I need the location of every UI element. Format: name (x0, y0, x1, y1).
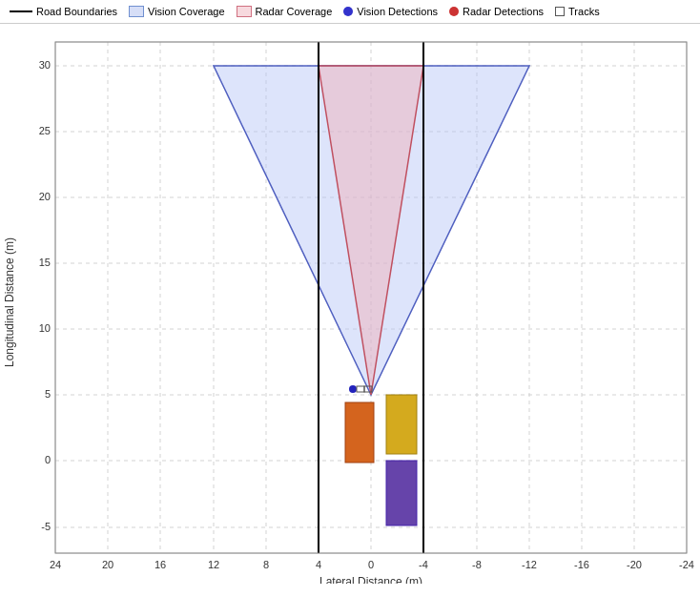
radar-coverage-icon (237, 6, 252, 17)
vision-detections-icon (343, 7, 353, 16)
svg-text:5: 5 (45, 388, 51, 400)
y-axis-labels: 30 25 20 15 10 5 0 -5 (39, 59, 51, 532)
svg-text:-20: -20 (627, 559, 642, 570)
legend-road-boundaries: Road Boundaries (10, 6, 117, 17)
vision-coverage-icon (129, 6, 144, 17)
svg-text:20: 20 (102, 559, 113, 570)
legend-radar-coverage-label: Radar Coverage (256, 6, 333, 17)
legend-radar-detections: Radar Detections (449, 6, 544, 17)
svg-text:-24: -24 (679, 559, 694, 570)
svg-text:10: 10 (39, 322, 51, 334)
vision-detection-dot (349, 385, 357, 393)
legend-vision-coverage-label: Vision Coverage (148, 6, 225, 17)
svg-text:-4: -4 (419, 559, 428, 570)
svg-text:-16: -16 (574, 559, 589, 570)
legend-tracks: Tracks (555, 6, 600, 17)
radar-detections-icon (449, 7, 459, 16)
svg-text:30: 30 (39, 59, 51, 71)
main-chart: 30 25 20 15 10 5 0 -5 24 20 16 12 8 4 0 … (0, 31, 700, 584)
track-purple (386, 461, 417, 525)
svg-text:-5: -5 (41, 521, 51, 532)
y-axis-label: Longitudinal Distance (m) (3, 237, 16, 367)
svg-text:16: 16 (154, 559, 166, 570)
legend-vision-detections: Vision Detections (343, 6, 438, 17)
svg-text:4: 4 (316, 559, 321, 570)
svg-text:-12: -12 (522, 559, 537, 570)
svg-text:24: 24 (50, 559, 61, 570)
track-yellow (386, 395, 417, 454)
svg-text:20: 20 (39, 191, 51, 202)
legend-vision-detections-label: Vision Detections (357, 6, 438, 17)
x-axis-labels: 24 20 16 12 8 4 0 -4 -8 -12 -16 -20 -24 (50, 559, 694, 570)
svg-text:-8: -8 (472, 559, 482, 570)
svg-text:15: 15 (39, 257, 51, 268)
svg-text:0: 0 (368, 559, 374, 570)
legend-vision-coverage: Vision Coverage (129, 6, 225, 17)
svg-text:0: 0 (45, 454, 51, 465)
tracks-icon (555, 7, 565, 16)
legend-radar-coverage: Radar Coverage (237, 6, 333, 17)
svg-text:8: 8 (263, 559, 269, 570)
legend: Road Boundaries Vision Coverage Radar Co… (0, 0, 700, 24)
legend-radar-detections-label: Radar Detections (463, 6, 544, 17)
x-axis-label: Lateral Distance (m) (319, 575, 422, 584)
svg-text:25: 25 (39, 125, 51, 136)
legend-tracks-label: Tracks (568, 6, 600, 17)
road-boundaries-icon (10, 10, 32, 12)
track-orange (345, 402, 374, 463)
legend-road-boundaries-label: Road Boundaries (36, 6, 117, 17)
svg-text:12: 12 (208, 559, 219, 570)
chart-container: Road Boundaries Vision Coverage Radar Co… (0, 0, 700, 597)
